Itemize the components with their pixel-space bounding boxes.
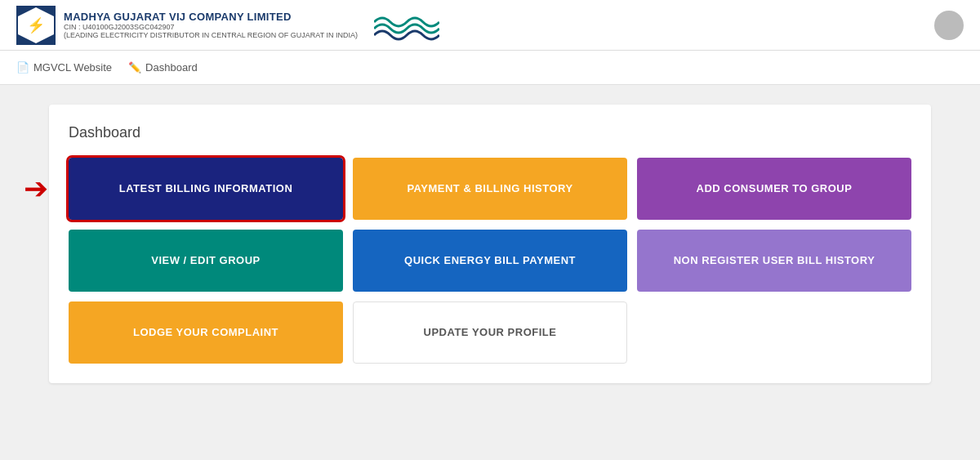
- tile-non-register[interactable]: NON REGISTER USER BILL HISTORY: [637, 230, 911, 292]
- selection-arrow: ➔: [24, 174, 48, 203]
- tile-update-profile[interactable]: UPDATE YOUR PROFILE: [353, 301, 627, 364]
- tile-latest-billing[interactable]: LATEST BILLING INFORMATION: [69, 158, 343, 220]
- tile-lodge-complaint-label: LODGE YOUR COMPLAINT: [117, 312, 295, 353]
- navbar: 📄 MGVCL Website ✏️ Dashboard: [0, 51, 980, 85]
- company-name: MADHYA GUJARAT VIJ COMPANY LIMITED: [64, 11, 358, 23]
- grid-row-3: LODGE YOUR COMPLAINT UPDATE YOUR PROFILE: [69, 301, 911, 364]
- tile-empty: [637, 301, 911, 364]
- tile-non-register-label: NON REGISTER USER BILL HISTORY: [657, 240, 892, 281]
- company-cin: CIN : U40100GJ2003SGC042907: [64, 23, 358, 31]
- grid-row-1: ➔ LATEST BILLING INFORMATION PAYMENT & B…: [69, 158, 911, 220]
- tile-lodge-complaint[interactable]: LODGE YOUR COMPLAINT: [69, 301, 343, 364]
- tile-quick-energy[interactable]: QUICK ENERGY BILL PAYMENT: [353, 230, 627, 292]
- tile-update-profile-label: UPDATE YOUR PROFILE: [408, 312, 573, 353]
- dashboard-card: Dashboard ➔ LATEST BILLING INFORMATION P…: [49, 105, 931, 383]
- header: ⚡ MADHYA GUJARAT VIJ COMPANY LIMITED CIN…: [0, 0, 980, 51]
- dashboard-nav-icon: ✏️: [128, 61, 141, 74]
- logo-text: MADHYA GUJARAT VIJ COMPANY LIMITED CIN :…: [64, 11, 358, 39]
- nav-dashboard[interactable]: ✏️ Dashboard: [128, 61, 198, 74]
- tile-view-edit-group[interactable]: VIEW / EDIT GROUP: [69, 230, 343, 292]
- nav-dashboard-label: Dashboard: [145, 61, 198, 74]
- tile-view-edit-group-label: VIEW / EDIT GROUP: [135, 240, 276, 281]
- nav-mgvcl-label: MGVCL Website: [33, 61, 112, 74]
- nav-mgvcl-website[interactable]: 📄 MGVCL Website: [16, 61, 112, 74]
- logo-area: ⚡ MADHYA GUJARAT VIJ COMPANY LIMITED CIN…: [16, 6, 439, 45]
- file-icon: 📄: [16, 61, 29, 74]
- main-content: Dashboard ➔ LATEST BILLING INFORMATION P…: [0, 85, 980, 403]
- tile-add-consumer-label: ADD CONSUMER TO GROUP: [680, 168, 869, 209]
- tile-quick-energy-label: QUICK ENERGY BILL PAYMENT: [388, 240, 592, 281]
- dashboard-title: Dashboard: [69, 124, 911, 141]
- tile-latest-billing-label: LATEST BILLING INFORMATION: [103, 168, 310, 209]
- tile-payment-billing-label: PAYMENT & BILLING HISTORY: [390, 168, 589, 209]
- logo-emblem: ⚡: [16, 6, 56, 45]
- tiles-grid: ➔ LATEST BILLING INFORMATION PAYMENT & B…: [69, 158, 911, 364]
- grid-row-2: VIEW / EDIT GROUP QUICK ENERGY BILL PAYM…: [69, 230, 911, 292]
- tile-add-consumer[interactable]: ADD CONSUMER TO GROUP: [637, 158, 911, 220]
- user-avatar[interactable]: [934, 11, 964, 40]
- svg-text:⚡: ⚡: [27, 16, 46, 34]
- company-tagline: (LEADING ELECTRICITY DISTRIBUTOR IN CENT…: [64, 31, 358, 39]
- logo-waves: [374, 6, 439, 45]
- tile-payment-billing[interactable]: PAYMENT & BILLING HISTORY: [353, 158, 627, 220]
